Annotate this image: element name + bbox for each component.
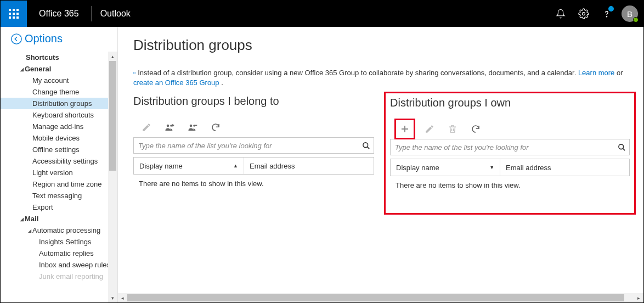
gear-icon [578, 8, 589, 19]
options-back-button[interactable]: Options [1, 27, 117, 52]
nav-change-theme[interactable]: Change theme [1, 86, 109, 98]
sort-asc-icon: ▲ [233, 163, 238, 169]
scroll-down-arrow[interactable]: ▾ [108, 293, 117, 302]
own-empty-message: There are no items to show in this view. [390, 176, 630, 194]
svg-point-16 [363, 142, 368, 147]
svg-point-14 [190, 125, 193, 127]
svg-point-9 [583, 13, 585, 15]
create-group-link[interactable]: create an Office 365 Group [133, 78, 219, 87]
own-table-header: Display name ▼ Email address [390, 159, 630, 176]
svg-rect-7 [13, 16, 15, 19]
main-content: Distribution groups ▫ Instead of a distr… [118, 27, 643, 302]
info-text: Instead of a distribution group, conside… [138, 69, 578, 77]
refresh-button[interactable] [207, 119, 224, 136]
notifications-button[interactable] [549, 1, 572, 27]
nav-junk-email-reporting[interactable]: Junk email reporting [1, 271, 109, 282]
svg-rect-2 [16, 9, 19, 11]
svg-point-12 [167, 125, 170, 127]
join-group-button[interactable] [161, 119, 178, 136]
nav-scroll-area: Shortcuts General My account Change them… [1, 52, 117, 302]
h-scroll-thumb[interactable] [127, 294, 624, 301]
panel-own: Distribution groups I own [389, 95, 630, 215]
group-join-icon [165, 122, 174, 132]
nav-distribution-groups[interactable]: Distribution groups [1, 98, 109, 109]
search-icon [362, 142, 370, 150]
own-delete-button[interactable] [444, 120, 461, 138]
edit-button[interactable] [138, 119, 155, 136]
nav-manage-addins[interactable]: Manage add-ins [1, 121, 109, 132]
nav-offline-settings[interactable]: Offline settings [1, 144, 109, 155]
own-search-input[interactable] [391, 143, 614, 152]
nav-export[interactable]: Export [1, 201, 109, 213]
own-search [390, 139, 630, 155]
own-col-email[interactable]: Email address [500, 159, 629, 176]
belong-search-button[interactable] [358, 142, 374, 150]
avatar-initial: B [627, 9, 632, 19]
nav-insights-settings[interactable]: Insights Settings [1, 236, 109, 248]
user-avatar[interactable]: B [622, 5, 638, 22]
nav-general[interactable]: General [1, 63, 109, 75]
own-edit-button[interactable] [421, 120, 438, 138]
nav-region-timezone[interactable]: Region and time zone [1, 178, 109, 190]
scroll-thumb[interactable] [109, 61, 116, 171]
svg-rect-0 [9, 9, 11, 11]
scroll-left-arrow[interactable]: ◂ [118, 293, 127, 302]
nav-inbox-sweep-rules[interactable]: Inbox and sweep rules [1, 259, 109, 271]
nav-keyboard-shortcuts[interactable]: Keyboard shortcuts [1, 109, 109, 121]
belong-col-display-name[interactable]: Display name ▲ [134, 158, 244, 174]
own-toolbar [390, 119, 630, 139]
pencil-icon [425, 124, 434, 134]
belong-empty-message: There are no items to show in this view. [133, 175, 374, 193]
info-note: ▫ Instead of a distribution group, consi… [133, 68, 630, 87]
presence-indicator [633, 17, 639, 23]
svg-point-17 [618, 144, 623, 149]
brand-label[interactable]: Office 365 [27, 9, 91, 19]
nav-automatic-replies[interactable]: Automatic replies [1, 248, 109, 259]
waffle-icon [9, 9, 19, 19]
sidebar-scrollbar[interactable]: ▴ ▾ [108, 52, 117, 302]
sort-dropdown-icon: ▼ [489, 165, 494, 170]
panel-belong-title: Distribution groups I belong to [133, 95, 374, 108]
nav-light-version[interactable]: Light version [1, 167, 109, 178]
main-horizontal-scrollbar[interactable]: ◂ ▸ [118, 293, 643, 302]
search-icon [618, 143, 626, 152]
nav-shortcuts[interactable]: Shortcuts [1, 52, 109, 63]
bell-icon [556, 9, 566, 19]
help-button[interactable] [595, 1, 618, 27]
scroll-up-arrow[interactable]: ▴ [108, 52, 117, 61]
own-refresh-button[interactable] [467, 120, 484, 138]
own-search-button[interactable] [614, 143, 629, 152]
svg-point-11 [12, 33, 21, 43]
svg-rect-4 [13, 13, 15, 15]
scroll-right-arrow[interactable]: ▸ [634, 293, 643, 302]
svg-rect-1 [13, 9, 15, 11]
help-notification-dot [608, 6, 614, 12]
panel-belong-to: Distribution groups I belong to [133, 95, 374, 215]
app-launcher-button[interactable] [1, 1, 27, 27]
app-name-label[interactable]: Outlook [92, 9, 139, 19]
svg-rect-6 [9, 16, 11, 19]
info-or: or [614, 69, 623, 77]
nav-mobile-devices[interactable]: Mobile devices [1, 132, 109, 144]
nav-automatic-processing[interactable]: Automatic processing [1, 225, 109, 236]
nav-accessibility-settings[interactable]: Accessibility settings [1, 155, 109, 167]
group-leave-icon [188, 122, 197, 132]
belong-toolbar [133, 117, 374, 137]
annotation-highlight-new-button [394, 119, 415, 139]
settings-button[interactable] [572, 1, 595, 27]
panel-own-title: Distribution groups I own [390, 97, 630, 109]
plus-icon [400, 124, 410, 134]
nav-text-messaging[interactable]: Text messaging [1, 190, 109, 201]
learn-more-link[interactable]: Learn more [578, 69, 614, 77]
belong-search-input[interactable] [134, 142, 358, 150]
svg-rect-8 [16, 16, 19, 19]
belong-col-email[interactable]: Email address [244, 158, 374, 174]
new-group-button[interactable] [396, 120, 414, 138]
own-col-display-name[interactable]: Display name ▼ [391, 159, 500, 176]
nav-mail[interactable]: Mail [1, 213, 109, 225]
bullet-icon: ▫ [133, 69, 136, 77]
nav-my-account[interactable]: My account [1, 75, 109, 86]
leave-group-button[interactable] [184, 119, 201, 136]
page-title: Distribution groups [133, 37, 630, 54]
trash-icon [448, 124, 457, 134]
